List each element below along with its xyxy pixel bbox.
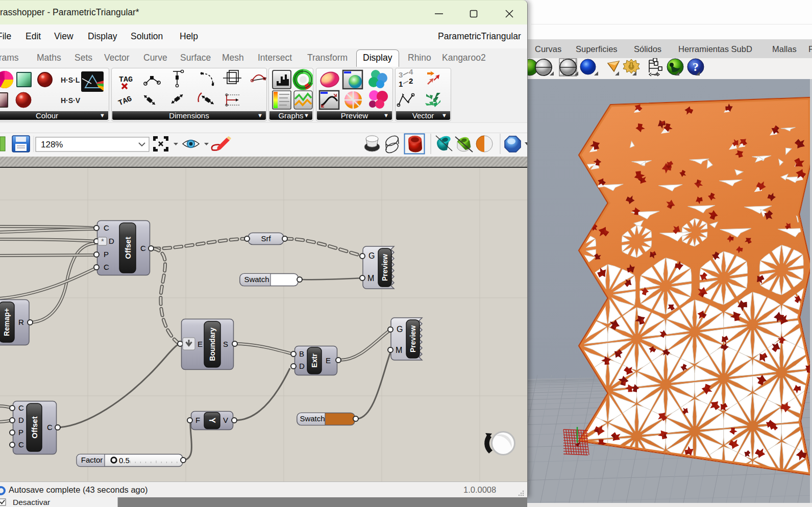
svg-text:Offset: Offset bbox=[30, 416, 39, 438]
svg-text:1: 1 bbox=[399, 80, 403, 88]
svg-text:D: D bbox=[299, 362, 305, 370]
svg-text:C: C bbox=[104, 263, 109, 271]
svg-text:?: ? bbox=[693, 60, 699, 73]
svg-text:G: G bbox=[368, 251, 375, 260]
svg-text:Preview: Preview bbox=[381, 254, 389, 281]
svg-text:Preview: Preview bbox=[409, 325, 417, 352]
svg-text:D: D bbox=[109, 237, 114, 245]
svg-text:2: 2 bbox=[409, 77, 413, 85]
svg-text:V: V bbox=[223, 416, 228, 424]
svg-text:S: S bbox=[223, 340, 228, 348]
svg-text:R: R bbox=[18, 318, 24, 326]
svg-text:C: C bbox=[18, 440, 24, 449]
svg-text:B: B bbox=[299, 349, 304, 358]
svg-text:Swatch: Swatch bbox=[244, 275, 269, 284]
svg-text:Remap+: Remap+ bbox=[3, 308, 11, 336]
svg-text:H·S·L: H·S·L bbox=[61, 76, 80, 84]
svg-text:Boundary: Boundary bbox=[208, 327, 216, 361]
svg-text:4: 4 bbox=[409, 68, 413, 76]
svg-text:M: M bbox=[367, 274, 374, 283]
svg-text:Swatch: Swatch bbox=[300, 414, 325, 423]
svg-text:TAG: TAG bbox=[117, 94, 133, 108]
svg-text:C: C bbox=[104, 223, 109, 232]
svg-text:C: C bbox=[47, 423, 53, 432]
svg-text:128%: 128% bbox=[41, 140, 63, 149]
svg-text:0.5: 0.5 bbox=[119, 456, 130, 465]
svg-text:D: D bbox=[18, 416, 24, 424]
svg-text:*: * bbox=[101, 237, 104, 245]
svg-text:P: P bbox=[104, 250, 109, 259]
svg-text:Factor: Factor bbox=[81, 455, 103, 464]
svg-text:E: E bbox=[326, 356, 331, 365]
svg-text:F: F bbox=[195, 416, 200, 424]
svg-text:G: G bbox=[397, 325, 403, 334]
svg-text:H·S·V: H·S·V bbox=[61, 96, 81, 105]
svg-text:Y: Y bbox=[208, 418, 216, 423]
svg-text:Offset: Offset bbox=[124, 237, 132, 259]
svg-text:M: M bbox=[396, 346, 402, 354]
svg-text:3: 3 bbox=[399, 70, 403, 79]
svg-text:C: C bbox=[140, 244, 146, 252]
svg-text:E: E bbox=[198, 340, 203, 348]
svg-text:Srf: Srf bbox=[261, 234, 271, 243]
svg-text:Extr: Extr bbox=[310, 353, 318, 368]
svg-text:C: C bbox=[18, 403, 24, 412]
svg-text:P: P bbox=[18, 428, 23, 437]
svg-text:TAG: TAG bbox=[119, 75, 133, 84]
